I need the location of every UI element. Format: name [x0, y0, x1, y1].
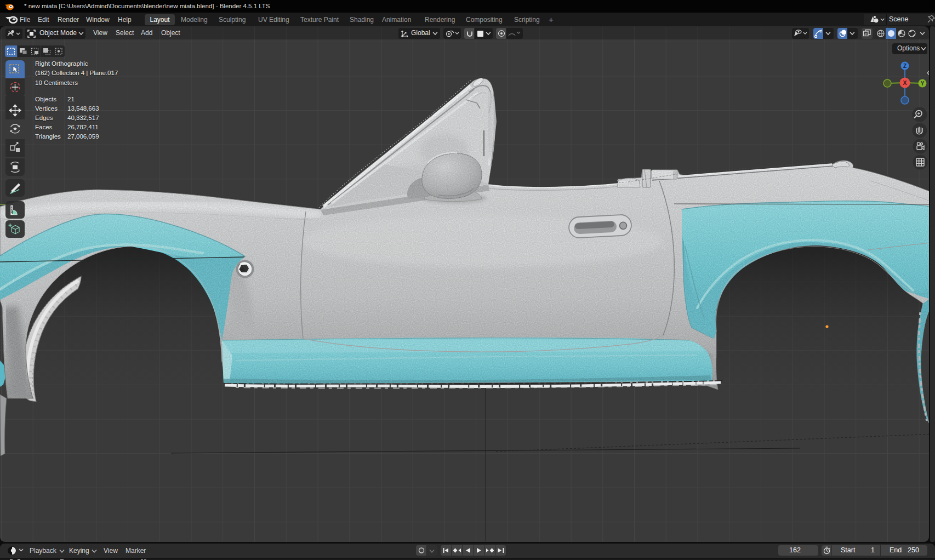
svg-text:X: X — [903, 79, 907, 86]
svg-text:Z: Z — [903, 63, 907, 69]
svg-text:Y: Y — [921, 81, 925, 87]
